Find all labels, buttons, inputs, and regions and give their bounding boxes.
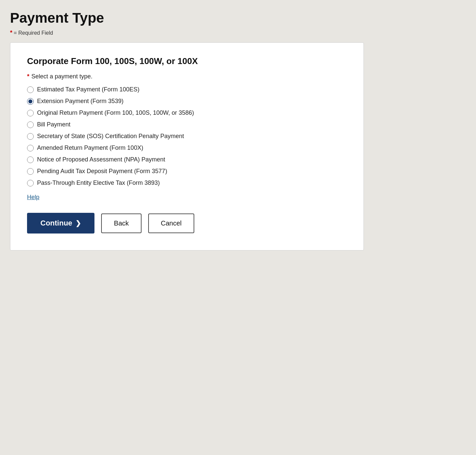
radio-label-9: Pass-Through Entity Elective Tax (Form 3… [37,179,160,186]
required-asterisk: * [10,29,12,36]
button-row: Continue ❯ Back Cancel [27,213,347,234]
radio-label-1: Estimated Tax Payment (Form 100ES) [37,86,140,93]
radio-input-9[interactable] [27,180,34,186]
required-field-text: = Required Field [14,30,53,36]
radio-item-6[interactable]: Amended Return Payment (Form 100X) [27,144,347,151]
required-field-note: * = Required Field [10,29,466,36]
back-button-label: Back [114,219,129,227]
radio-item-8[interactable]: Pending Audit Tax Deposit Payment (Form … [27,168,347,175]
help-link[interactable]: Help [27,194,39,201]
radio-item-2[interactable]: Extension Payment (Form 3539) [27,98,347,105]
radio-label-2: Extension Payment (Form 3539) [37,98,124,105]
radio-label-7: Notice of Proposed Assessment (NPA) Paym… [37,156,165,163]
radio-item-7[interactable]: Notice of Proposed Assessment (NPA) Paym… [27,156,347,163]
back-button[interactable]: Back [101,213,141,233]
radio-label-6: Amended Return Payment (Form 100X) [37,144,143,151]
radio-input-2[interactable] [27,98,34,105]
continue-button-label: Continue [40,219,72,228]
radio-input-6[interactable] [27,145,34,151]
form-card: Corporate Form 100, 100S, 100W, or 100X … [10,42,364,251]
cancel-button[interactable]: Cancel [148,213,194,233]
radio-input-3[interactable] [27,110,34,116]
section-title: Corporate Form 100, 100S, 100W, or 100X [27,56,347,66]
page-title: Payment Type [10,10,466,26]
radio-input-8[interactable] [27,168,34,175]
select-required-asterisk: * [27,73,29,80]
continue-button[interactable]: Continue ❯ [27,213,94,234]
payment-type-radio-group: Estimated Tax Payment (Form 100ES)Extens… [27,86,347,186]
radio-input-4[interactable] [27,121,34,128]
radio-item-3[interactable]: Original Return Payment (Form 100, 100S,… [27,109,347,116]
radio-input-7[interactable] [27,156,34,163]
radio-label-5: Secretary of State (SOS) Certification P… [37,133,184,140]
radio-item-5[interactable]: Secretary of State (SOS) Certification P… [27,133,347,140]
select-label-text: Select a payment type. [31,73,92,80]
radio-input-5[interactable] [27,133,34,140]
cancel-button-label: Cancel [161,219,182,227]
continue-chevron-icon: ❯ [75,219,81,227]
radio-label-3: Original Return Payment (Form 100, 100S,… [37,109,194,116]
radio-label-4: Bill Payment [37,121,70,128]
radio-item-1[interactable]: Estimated Tax Payment (Form 100ES) [27,86,347,93]
radio-label-8: Pending Audit Tax Deposit Payment (Form … [37,168,167,175]
select-payment-label: * Select a payment type. [27,73,347,80]
radio-item-4[interactable]: Bill Payment [27,121,347,128]
radio-item-9[interactable]: Pass-Through Entity Elective Tax (Form 3… [27,179,347,186]
radio-input-1[interactable] [27,86,34,93]
